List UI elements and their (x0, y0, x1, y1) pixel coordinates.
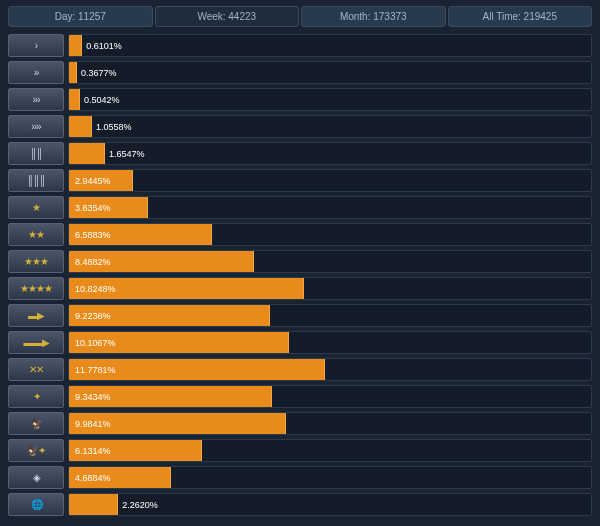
rank-row: ★3.6354% (8, 195, 592, 220)
bar-percent-label: 10.1067% (69, 332, 116, 353)
rank-badge-global-elite[interactable]: 🌐 (8, 493, 64, 516)
tab-day[interactable]: Day: 11257 (8, 6, 153, 27)
rank-row: 🌐2.2620% (8, 492, 592, 517)
rank-badge-silver-4[interactable]: ›››› (8, 115, 64, 138)
bar-track: 9.2236% (68, 304, 592, 327)
rank-badge-silver-elite[interactable]: ║║ (8, 142, 64, 165)
rank-badge-master-guardian-2[interactable]: ▬▬▶ (8, 331, 64, 354)
bar-track: 10.8248% (68, 277, 592, 300)
rank-badge-supreme[interactable]: ◈ (8, 466, 64, 489)
rank-row: ›››0.5042% (8, 87, 592, 112)
rank-icon: ★★ (28, 229, 44, 240)
bar-percent-label: 0.6101% (86, 35, 122, 56)
bar-percent-label: 6.1314% (69, 440, 111, 461)
bar-percent-label: 6.5883% (69, 224, 111, 245)
bar-track: 0.6101% (68, 34, 592, 57)
rank-badge-gold-nova-master[interactable]: ★★★★ (8, 277, 64, 300)
rank-icon: ★★★ (24, 256, 48, 267)
bar-fill (69, 116, 92, 137)
rank-icon: ║║║ (27, 175, 45, 186)
bar-track: 10.1067% (68, 331, 592, 354)
rank-badge-silver-1[interactable]: › (8, 34, 64, 57)
bar-track: 1.0558% (68, 115, 592, 138)
rank-icon: 🌐 (31, 499, 42, 510)
rank-icon: ✕✕ (29, 364, 43, 375)
rank-badge-legendary-eagle[interactable]: 🦅 (8, 412, 64, 435)
bar-percent-label: 8.4882% (69, 251, 111, 272)
rank-row: ★★★★10.8248% (8, 276, 592, 301)
rank-badge-gold-nova-2[interactable]: ★★ (8, 223, 64, 246)
rank-badge-dmg[interactable]: ✦ (8, 385, 64, 408)
bar-percent-label: 2.2620% (122, 494, 158, 515)
rank-row: 🦅9.9841% (8, 411, 592, 436)
rank-row: ✦9.3434% (8, 384, 592, 409)
bar-fill (69, 62, 77, 83)
bar-fill (69, 89, 80, 110)
rank-icon: ✦ (33, 391, 40, 402)
rank-icon: ▬▶ (28, 310, 44, 321)
rank-icon: ║║ (30, 148, 42, 159)
rank-row: ✕✕11.7781% (8, 357, 592, 382)
bar-percent-label: 11.7781% (69, 359, 116, 380)
rank-badge-gold-nova-3[interactable]: ★★★ (8, 250, 64, 273)
rank-icon: ›››› (31, 121, 40, 132)
rank-badge-silver-2[interactable]: ›› (8, 61, 64, 84)
rank-badge-legendary-eagle-master[interactable]: 🦅✦ (8, 439, 64, 462)
rank-icon: ★★★★ (20, 283, 52, 294)
bar-track: 9.9841% (68, 412, 592, 435)
rank-distribution-chart: ›0.6101%››0.3677%›››0.5042%››››1.0558%║║… (0, 31, 600, 525)
bar-fill (69, 143, 105, 164)
bar-track: 8.4882% (68, 250, 592, 273)
bar-percent-label: 9.2236% (69, 305, 111, 326)
bar-track: 0.5042% (68, 88, 592, 111)
rank-icon: ★ (32, 202, 40, 213)
rank-row: ★★★8.4882% (8, 249, 592, 274)
bar-track: 3.6354% (68, 196, 592, 219)
bar-track: 11.7781% (68, 358, 592, 381)
bar-percent-label: 0.5042% (84, 89, 120, 110)
rank-badge-silver-3[interactable]: ››› (8, 88, 64, 111)
rank-row: ★★6.5883% (8, 222, 592, 247)
bar-track: 2.2620% (68, 493, 592, 516)
bar-percent-label: 2.9445% (69, 170, 111, 191)
rank-row: ◈4.6884% (8, 465, 592, 490)
rank-row: ║║1.6547% (8, 141, 592, 166)
bar-percent-label: 3.6354% (69, 197, 111, 218)
bar-percent-label: 9.3434% (69, 386, 111, 407)
bar-fill (69, 494, 118, 515)
tab-month[interactable]: Month: 173373 (301, 6, 446, 27)
rank-badge-gold-nova-1[interactable]: ★ (8, 196, 64, 219)
bar-percent-label: 1.0558% (96, 116, 132, 137)
rank-row: 🦅✦6.1314% (8, 438, 592, 463)
bar-track: 9.3434% (68, 385, 592, 408)
rank-icon: › (35, 40, 37, 51)
rank-row: ▬▬▶10.1067% (8, 330, 592, 355)
bar-percent-label: 10.8248% (69, 278, 116, 299)
time-range-tabs: Day: 11257 Week: 44223 Month: 173373 All… (0, 0, 600, 31)
rank-row: ››0.3677% (8, 60, 592, 85)
bar-track: 1.6547% (68, 142, 592, 165)
bar-track: 2.9445% (68, 169, 592, 192)
bar-percent-label: 0.3677% (81, 62, 117, 83)
bar-percent-label: 9.9841% (69, 413, 111, 434)
rank-badge-master-guardian-1[interactable]: ▬▶ (8, 304, 64, 327)
bar-track: 6.1314% (68, 439, 592, 462)
rank-icon: ›› (34, 67, 39, 78)
bar-track: 6.5883% (68, 223, 592, 246)
rank-icon: ▬▬▶ (24, 337, 49, 348)
bar-percent-label: 1.6547% (109, 143, 145, 164)
rank-icon: ››› (33, 94, 40, 105)
bar-track: 4.6884% (68, 466, 592, 489)
rank-icon: 🦅✦ (27, 445, 45, 456)
rank-row: ›0.6101% (8, 33, 592, 58)
bar-fill (69, 35, 82, 56)
rank-badge-master-guardian-elite[interactable]: ✕✕ (8, 358, 64, 381)
rank-badge-silver-elite-master[interactable]: ║║║ (8, 169, 64, 192)
bar-percent-label: 4.6884% (69, 467, 111, 488)
rank-row: ››››1.0558% (8, 114, 592, 139)
rank-icon: 🦅 (31, 418, 42, 429)
bar-track: 0.3677% (68, 61, 592, 84)
tab-week[interactable]: Week: 44223 (155, 6, 300, 27)
tab-alltime[interactable]: All Time: 219425 (448, 6, 593, 27)
rank-row: ║║║2.9445% (8, 168, 592, 193)
